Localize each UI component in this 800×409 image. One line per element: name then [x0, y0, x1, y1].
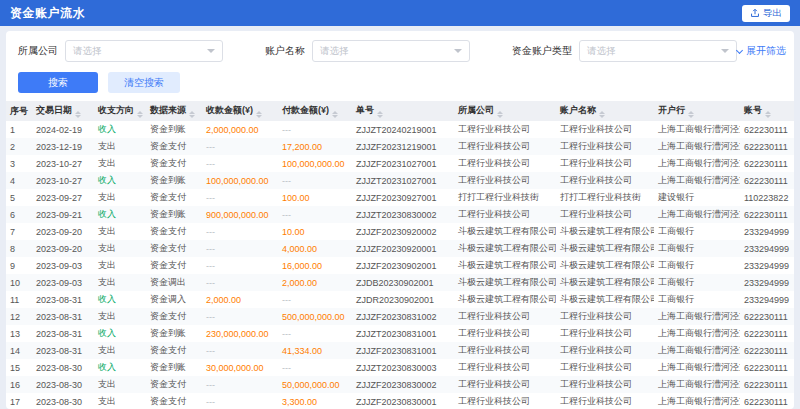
cell-order_no: ZJJZT20230831001: [352, 325, 454, 342]
cell-account_no: 233294999: [740, 274, 794, 291]
account-name-select-placeholder: 请选择: [320, 45, 349, 58]
cell-receipt: ---: [202, 342, 278, 359]
cell-source: 资金支付: [146, 393, 202, 409]
cell-company: 工程行业科技公司: [454, 325, 556, 342]
cell-direction: 支出: [94, 155, 146, 172]
cell-date: 2023-09-03: [32, 274, 94, 291]
cell-bank: 上海工商银行漕河泾支行: [654, 376, 740, 393]
cell-date: 2023-09-03: [32, 257, 94, 274]
table-row: 112023-08-31收入资金调入2,000.00---ZJDR2023090…: [6, 291, 794, 308]
cell-company: 工程行业科技公司: [454, 155, 556, 172]
cell-date: 2023-09-20: [32, 223, 94, 240]
cell-source: 资金支付: [146, 257, 202, 274]
column-label: 交易日期: [36, 105, 72, 115]
sort-icon[interactable]: [256, 111, 262, 119]
cell-receipt: 230,000,000.00: [202, 325, 278, 342]
account-name-select[interactable]: 请选择: [312, 40, 470, 62]
column-header-payment[interactable]: 付款金额(¥): [278, 101, 352, 121]
cell-direction: 支出: [94, 257, 146, 274]
cell-direction: 支出: [94, 274, 146, 291]
account-type-select-placeholder: 请选择: [587, 45, 616, 58]
filter-account-type-label: 资金账户类型: [512, 44, 572, 58]
cell-order_no: ZJJZF20230902001: [352, 257, 454, 274]
cell-order_no: ZJJZF20230920002: [352, 223, 454, 240]
cell-index: 15: [6, 359, 32, 376]
table-row: 152023-08-30收入资金到账30,000,000.00---ZJJZT2…: [6, 359, 794, 376]
column-header-company[interactable]: 所属公司: [454, 101, 556, 121]
sort-icon[interactable]: [688, 111, 694, 119]
cell-account_name: 工程行业科技公司: [556, 206, 654, 223]
cell-direction: 收入: [94, 359, 146, 376]
cell-index: 11: [6, 291, 32, 308]
clear-search-button[interactable]: 清空搜索: [108, 72, 180, 93]
column-label: 开户行: [658, 105, 685, 115]
column-header-date[interactable]: 交易日期: [32, 101, 94, 121]
column-header-account_no[interactable]: 账号: [740, 101, 794, 121]
column-header-order_no[interactable]: 单号: [352, 101, 454, 121]
sort-icon[interactable]: [765, 111, 771, 119]
filter-account-name: 账户名称 请选择: [265, 40, 470, 62]
cell-direction: 支出: [94, 308, 146, 325]
cell-direction: 支出: [94, 240, 146, 257]
cell-account_name: 工程行业科技公司: [556, 359, 654, 376]
cell-payment: 2,000.00: [278, 274, 352, 291]
cell-payment: ---: [278, 291, 352, 308]
cell-bank: 工商银行: [654, 274, 740, 291]
expand-filter-link[interactable]: 展开筛选: [737, 44, 786, 58]
sort-icon[interactable]: [189, 111, 195, 119]
cell-index: 13: [6, 325, 32, 342]
cell-source: 资金调出: [146, 274, 202, 291]
cell-payment: 10.00: [278, 223, 352, 240]
cell-date: 2023-08-30: [32, 359, 94, 376]
cell-index: 16: [6, 376, 32, 393]
column-header-index: 序号: [6, 101, 32, 121]
cell-bank: 上海工商银行漕河泾支行: [654, 155, 740, 172]
column-label: 单号: [356, 105, 374, 115]
column-header-direction[interactable]: 收支方向: [94, 101, 146, 121]
cell-bank: 上海工商银行漕河泾支行: [654, 325, 740, 342]
cell-account_no: 622230111: [740, 172, 794, 189]
cell-direction: 支出: [94, 342, 146, 359]
cell-order_no: ZJJZF20230831002: [352, 308, 454, 325]
search-button[interactable]: 搜索: [18, 72, 98, 93]
cell-order_no: ZJJZT20230830003: [352, 359, 454, 376]
column-label: 收款金额(¥): [206, 105, 253, 115]
column-header-source[interactable]: 数据来源: [146, 101, 202, 121]
sort-icon[interactable]: [332, 111, 338, 119]
cell-account_name: 工程行业科技公司: [556, 121, 654, 138]
company-select[interactable]: 请选择: [65, 40, 223, 62]
cell-account_name: 打打工程行业科技街: [556, 189, 654, 206]
cell-company: 工程行业科技公司: [454, 342, 556, 359]
sort-icon[interactable]: [599, 111, 605, 119]
column-header-receipt[interactable]: 收款金额(¥): [202, 101, 278, 121]
filters-row: 所属公司 请选择 账户名称 请选择 资金账户类型 请选择 展开筛选: [6, 31, 794, 62]
column-header-bank[interactable]: 开户行: [654, 101, 740, 121]
cell-order_no: ZJJZF20230830002: [352, 376, 454, 393]
cell-account_no: 622230111: [740, 206, 794, 223]
column-label: 账号: [744, 105, 762, 115]
sort-icon[interactable]: [137, 111, 143, 119]
cell-order_no: ZJJZF20230831001: [352, 342, 454, 359]
cell-direction: 收入: [94, 206, 146, 223]
cell-order_no: ZJJZF20230927001: [352, 189, 454, 206]
chevron-down-icon: [736, 46, 743, 53]
table-row: 72023-09-20支出资金支付---10.00ZJJZF2023092000…: [6, 223, 794, 240]
cell-index: 1: [6, 121, 32, 138]
cell-source: 资金支付: [146, 342, 202, 359]
sort-icon[interactable]: [377, 111, 383, 119]
export-button[interactable]: 导出: [742, 5, 790, 22]
cell-account_name: 工程行业科技公司: [556, 155, 654, 172]
table-row: 122023-08-31支出资金支付---500,000,000.00ZJJZF…: [6, 308, 794, 325]
cell-account_no: 622230111: [740, 325, 794, 342]
sort-icon[interactable]: [75, 111, 81, 119]
account-type-select[interactable]: 请选择: [579, 40, 737, 62]
cell-account_name: 斗极云建筑工程有限公司: [556, 223, 654, 240]
cell-payment: 17,200.00: [278, 138, 352, 155]
cell-bank: 工商银行: [654, 240, 740, 257]
column-header-account_name[interactable]: 账户名称: [556, 101, 654, 121]
cell-date: 2023-09-21: [32, 206, 94, 223]
cell-payment: 50,000,000.00: [278, 376, 352, 393]
cell-bank: 上海工商银行漕河泾支行: [654, 172, 740, 189]
sort-icon[interactable]: [497, 111, 503, 119]
chevron-down-icon: [721, 49, 729, 53]
